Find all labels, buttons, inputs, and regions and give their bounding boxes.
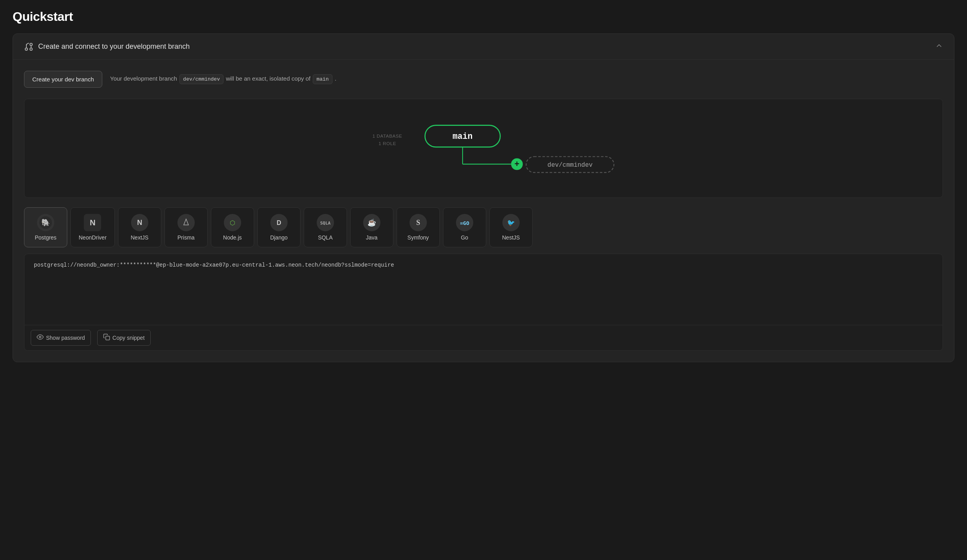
svg-text:+: + [515,159,519,169]
svg-text:D: D [277,219,281,226]
tab-nestjs-label: NestJS [502,234,520,241]
svg-text:1 DATABASE: 1 DATABASE [373,133,402,138]
quickstart-card: Create and connect to your development b… [13,33,954,362]
svg-text:1 ROLE: 1 ROLE [378,141,396,146]
branch-icon [24,42,33,52]
postgres-icon: 🐘 [37,214,54,231]
tab-nodejs[interactable]: ⬡ Node.js [211,207,254,247]
nodejs-icon: ⬡ [224,214,241,231]
copy-icon [103,333,110,342]
branch-diagram-svg: 1 DATABASE 1 ROLE main + dev/cmmindev [32,115,935,182]
nestjs-icon: 🐦 [502,214,520,231]
svg-text:⬡: ⬡ [230,219,235,226]
page-title: Quickstart [13,9,954,24]
svg-text:🐦: 🐦 [507,219,515,227]
svg-text:dev/cmmindev: dev/cmmindev [548,162,593,169]
copy-snippet-label: Copy snippet [113,335,145,341]
tab-nextjs-label: NextJS [131,234,148,241]
tab-sqla[interactable]: SQLA SQLA [304,207,347,247]
svg-text:☕: ☕ [367,218,376,227]
connection-footer: Show password Copy snippet [24,325,943,350]
go-icon: =GO [456,214,473,231]
eye-icon [37,333,44,342]
show-password-button[interactable]: Show password [31,330,91,346]
svg-text:N: N [137,219,142,227]
prisma-icon [177,214,195,231]
copy-snippet-button[interactable]: Copy snippet [97,330,151,346]
symfony-icon: S [410,214,427,231]
tab-nodejs-label: Node.js [223,234,242,241]
tab-java[interactable]: ☕ Java [350,207,393,247]
tab-symfony[interactable]: S Symfony [397,207,440,247]
tab-neondriver-label: NeonDriver [79,234,107,241]
tab-nextjs[interactable]: N NextJS [118,207,161,247]
tech-tabs: 🐘 Postgres N NeonDriver N NextJS [24,207,943,247]
tab-prisma-label: Prisma [177,234,195,241]
tab-java-label: Java [366,234,378,241]
connection-string-box: postgresql://neondb_owner:***********@ep… [24,254,943,351]
tab-prisma[interactable]: Prisma [164,207,208,247]
card-header: Create and connect to your development b… [13,34,954,60]
java-icon: ☕ [363,214,380,231]
description-prefix: Your development branch [110,75,177,82]
tab-symfony-label: Symfony [408,234,429,241]
tab-nestjs[interactable]: 🐦 NestJS [489,207,533,247]
show-password-label: Show password [46,335,85,341]
django-icon: D [270,214,288,231]
card-header-left: Create and connect to your development b… [24,42,190,52]
tab-postgres[interactable]: 🐘 Postgres [24,207,67,247]
svg-text:S: S [416,219,420,227]
create-dev-branch-button[interactable]: Create your dev branch [24,71,102,88]
connection-string: postgresql://neondb_owner:***********@ep… [24,254,943,325]
tab-neondriver[interactable]: N NeonDriver [70,207,115,247]
description-period: . [335,75,336,82]
tab-postgres-label: Postgres [35,234,56,241]
svg-text:🐘: 🐘 [41,218,50,227]
svg-point-18 [180,216,192,229]
tab-django[interactable]: D Django [257,207,301,247]
tab-sqla-label: SQLA [318,234,332,241]
neondriver-icon: N [84,214,101,231]
svg-point-34 [39,336,41,338]
create-section: Create your dev branch Your development … [24,71,943,88]
tab-go[interactable]: =GO Go [443,207,486,247]
branch-diagram: 1 DATABASE 1 ROLE main + dev/cmmindev [24,99,943,198]
tab-django-label: Django [270,234,288,241]
svg-text:SQLA: SQLA [320,221,331,226]
description-middle: will be an exact, isolated copy of [226,75,310,82]
nextjs-icon: N [131,214,148,231]
card-header-title: Create and connect to your development b… [38,42,190,51]
collapse-icon[interactable] [935,42,943,52]
branch-name-badge: dev/cmmindev [179,74,223,85]
description-text: Your development branch dev/cmmindev wil… [110,74,336,85]
svg-rect-35 [106,336,110,340]
svg-text:main: main [452,132,472,141]
tab-go-label: Go [461,234,468,241]
svg-point-2 [30,48,32,50]
card-body: Create your dev branch Your development … [13,60,954,362]
main-branch-badge: main [313,74,332,85]
sqla-icon: SQLA [317,214,334,231]
svg-text:=GO: =GO [460,220,469,226]
